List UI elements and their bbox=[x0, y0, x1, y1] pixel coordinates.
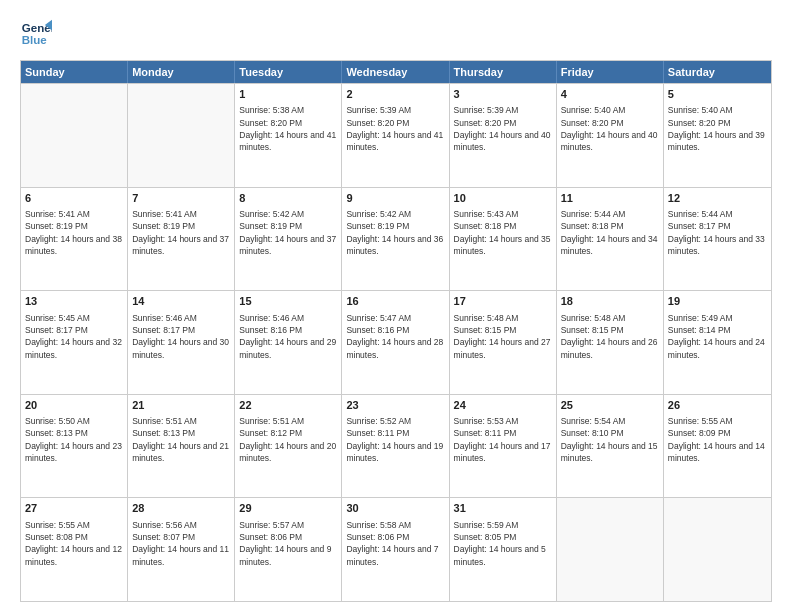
day-number: 7 bbox=[132, 191, 230, 206]
day-info: Sunrise: 5:59 AM Sunset: 8:05 PM Dayligh… bbox=[454, 519, 552, 568]
day-cell-22: 22Sunrise: 5:51 AM Sunset: 8:12 PM Dayli… bbox=[235, 395, 342, 498]
day-number: 2 bbox=[346, 87, 444, 102]
day-info: Sunrise: 5:49 AM Sunset: 8:14 PM Dayligh… bbox=[668, 312, 767, 361]
day-info: Sunrise: 5:41 AM Sunset: 8:19 PM Dayligh… bbox=[25, 208, 123, 257]
day-cell-26: 26Sunrise: 5:55 AM Sunset: 8:09 PM Dayli… bbox=[664, 395, 771, 498]
day-info: Sunrise: 5:41 AM Sunset: 8:19 PM Dayligh… bbox=[132, 208, 230, 257]
day-info: Sunrise: 5:47 AM Sunset: 8:16 PM Dayligh… bbox=[346, 312, 444, 361]
day-info: Sunrise: 5:58 AM Sunset: 8:06 PM Dayligh… bbox=[346, 519, 444, 568]
day-number: 19 bbox=[668, 294, 767, 309]
week-row-1: 1Sunrise: 5:38 AM Sunset: 8:20 PM Daylig… bbox=[21, 83, 771, 187]
day-cell-15: 15Sunrise: 5:46 AM Sunset: 8:16 PM Dayli… bbox=[235, 291, 342, 394]
day-cell-4: 4Sunrise: 5:40 AM Sunset: 8:20 PM Daylig… bbox=[557, 84, 664, 187]
day-number: 4 bbox=[561, 87, 659, 102]
day-info: Sunrise: 5:38 AM Sunset: 8:20 PM Dayligh… bbox=[239, 104, 337, 153]
day-info: Sunrise: 5:44 AM Sunset: 8:18 PM Dayligh… bbox=[561, 208, 659, 257]
day-cell-8: 8Sunrise: 5:42 AM Sunset: 8:19 PM Daylig… bbox=[235, 188, 342, 291]
day-number: 30 bbox=[346, 501, 444, 516]
day-cell-10: 10Sunrise: 5:43 AM Sunset: 8:18 PM Dayli… bbox=[450, 188, 557, 291]
day-info: Sunrise: 5:53 AM Sunset: 8:11 PM Dayligh… bbox=[454, 415, 552, 464]
week-row-3: 13Sunrise: 5:45 AM Sunset: 8:17 PM Dayli… bbox=[21, 290, 771, 394]
day-info: Sunrise: 5:46 AM Sunset: 8:17 PM Dayligh… bbox=[132, 312, 230, 361]
day-cell-28: 28Sunrise: 5:56 AM Sunset: 8:07 PM Dayli… bbox=[128, 498, 235, 601]
day-cell-23: 23Sunrise: 5:52 AM Sunset: 8:11 PM Dayli… bbox=[342, 395, 449, 498]
day-cell-29: 29Sunrise: 5:57 AM Sunset: 8:06 PM Dayli… bbox=[235, 498, 342, 601]
day-cell-27: 27Sunrise: 5:55 AM Sunset: 8:08 PM Dayli… bbox=[21, 498, 128, 601]
calendar: SundayMondayTuesdayWednesdayThursdayFrid… bbox=[20, 60, 772, 602]
header-day-wednesday: Wednesday bbox=[342, 61, 449, 83]
week-row-2: 6Sunrise: 5:41 AM Sunset: 8:19 PM Daylig… bbox=[21, 187, 771, 291]
day-info: Sunrise: 5:51 AM Sunset: 8:13 PM Dayligh… bbox=[132, 415, 230, 464]
day-cell-5: 5Sunrise: 5:40 AM Sunset: 8:20 PM Daylig… bbox=[664, 84, 771, 187]
day-number: 1 bbox=[239, 87, 337, 102]
week-row-5: 27Sunrise: 5:55 AM Sunset: 8:08 PM Dayli… bbox=[21, 497, 771, 601]
day-cell-16: 16Sunrise: 5:47 AM Sunset: 8:16 PM Dayli… bbox=[342, 291, 449, 394]
day-number: 24 bbox=[454, 398, 552, 413]
day-info: Sunrise: 5:51 AM Sunset: 8:12 PM Dayligh… bbox=[239, 415, 337, 464]
day-cell-2: 2Sunrise: 5:39 AM Sunset: 8:20 PM Daylig… bbox=[342, 84, 449, 187]
day-cell-17: 17Sunrise: 5:48 AM Sunset: 8:15 PM Dayli… bbox=[450, 291, 557, 394]
calendar-header: SundayMondayTuesdayWednesdayThursdayFrid… bbox=[21, 61, 771, 83]
header-day-sunday: Sunday bbox=[21, 61, 128, 83]
logo: General Blue bbox=[20, 18, 52, 50]
day-info: Sunrise: 5:42 AM Sunset: 8:19 PM Dayligh… bbox=[346, 208, 444, 257]
day-number: 17 bbox=[454, 294, 552, 309]
day-number: 25 bbox=[561, 398, 659, 413]
day-cell-14: 14Sunrise: 5:46 AM Sunset: 8:17 PM Dayli… bbox=[128, 291, 235, 394]
day-info: Sunrise: 5:39 AM Sunset: 8:20 PM Dayligh… bbox=[454, 104, 552, 153]
day-number: 12 bbox=[668, 191, 767, 206]
calendar-body: 1Sunrise: 5:38 AM Sunset: 8:20 PM Daylig… bbox=[21, 83, 771, 601]
day-cell-empty bbox=[557, 498, 664, 601]
day-number: 21 bbox=[132, 398, 230, 413]
day-info: Sunrise: 5:46 AM Sunset: 8:16 PM Dayligh… bbox=[239, 312, 337, 361]
day-cell-6: 6Sunrise: 5:41 AM Sunset: 8:19 PM Daylig… bbox=[21, 188, 128, 291]
day-info: Sunrise: 5:56 AM Sunset: 8:07 PM Dayligh… bbox=[132, 519, 230, 568]
day-cell-7: 7Sunrise: 5:41 AM Sunset: 8:19 PM Daylig… bbox=[128, 188, 235, 291]
day-number: 9 bbox=[346, 191, 444, 206]
logo-icon: General Blue bbox=[20, 18, 52, 50]
day-info: Sunrise: 5:52 AM Sunset: 8:11 PM Dayligh… bbox=[346, 415, 444, 464]
day-number: 26 bbox=[668, 398, 767, 413]
day-cell-31: 31Sunrise: 5:59 AM Sunset: 8:05 PM Dayli… bbox=[450, 498, 557, 601]
day-cell-24: 24Sunrise: 5:53 AM Sunset: 8:11 PM Dayli… bbox=[450, 395, 557, 498]
day-number: 6 bbox=[25, 191, 123, 206]
day-cell-19: 19Sunrise: 5:49 AM Sunset: 8:14 PM Dayli… bbox=[664, 291, 771, 394]
header-day-saturday: Saturday bbox=[664, 61, 771, 83]
day-info: Sunrise: 5:45 AM Sunset: 8:17 PM Dayligh… bbox=[25, 312, 123, 361]
day-number: 18 bbox=[561, 294, 659, 309]
day-info: Sunrise: 5:40 AM Sunset: 8:20 PM Dayligh… bbox=[668, 104, 767, 153]
week-row-4: 20Sunrise: 5:50 AM Sunset: 8:13 PM Dayli… bbox=[21, 394, 771, 498]
day-info: Sunrise: 5:55 AM Sunset: 8:08 PM Dayligh… bbox=[25, 519, 123, 568]
day-cell-13: 13Sunrise: 5:45 AM Sunset: 8:17 PM Dayli… bbox=[21, 291, 128, 394]
day-cell-1: 1Sunrise: 5:38 AM Sunset: 8:20 PM Daylig… bbox=[235, 84, 342, 187]
day-cell-empty bbox=[21, 84, 128, 187]
day-cell-12: 12Sunrise: 5:44 AM Sunset: 8:17 PM Dayli… bbox=[664, 188, 771, 291]
day-number: 11 bbox=[561, 191, 659, 206]
day-info: Sunrise: 5:50 AM Sunset: 8:13 PM Dayligh… bbox=[25, 415, 123, 464]
day-cell-3: 3Sunrise: 5:39 AM Sunset: 8:20 PM Daylig… bbox=[450, 84, 557, 187]
day-number: 13 bbox=[25, 294, 123, 309]
day-info: Sunrise: 5:57 AM Sunset: 8:06 PM Dayligh… bbox=[239, 519, 337, 568]
day-cell-empty bbox=[128, 84, 235, 187]
day-cell-empty bbox=[664, 498, 771, 601]
header-day-friday: Friday bbox=[557, 61, 664, 83]
day-info: Sunrise: 5:48 AM Sunset: 8:15 PM Dayligh… bbox=[454, 312, 552, 361]
day-number: 5 bbox=[668, 87, 767, 102]
day-number: 15 bbox=[239, 294, 337, 309]
day-number: 22 bbox=[239, 398, 337, 413]
day-number: 31 bbox=[454, 501, 552, 516]
day-cell-21: 21Sunrise: 5:51 AM Sunset: 8:13 PM Dayli… bbox=[128, 395, 235, 498]
header-day-thursday: Thursday bbox=[450, 61, 557, 83]
svg-text:Blue: Blue bbox=[22, 34, 48, 46]
header-day-monday: Monday bbox=[128, 61, 235, 83]
day-cell-9: 9Sunrise: 5:42 AM Sunset: 8:19 PM Daylig… bbox=[342, 188, 449, 291]
day-cell-20: 20Sunrise: 5:50 AM Sunset: 8:13 PM Dayli… bbox=[21, 395, 128, 498]
day-number: 27 bbox=[25, 501, 123, 516]
day-number: 10 bbox=[454, 191, 552, 206]
day-info: Sunrise: 5:55 AM Sunset: 8:09 PM Dayligh… bbox=[668, 415, 767, 464]
day-info: Sunrise: 5:39 AM Sunset: 8:20 PM Dayligh… bbox=[346, 104, 444, 153]
day-number: 8 bbox=[239, 191, 337, 206]
day-cell-25: 25Sunrise: 5:54 AM Sunset: 8:10 PM Dayli… bbox=[557, 395, 664, 498]
day-number: 28 bbox=[132, 501, 230, 516]
day-number: 29 bbox=[239, 501, 337, 516]
